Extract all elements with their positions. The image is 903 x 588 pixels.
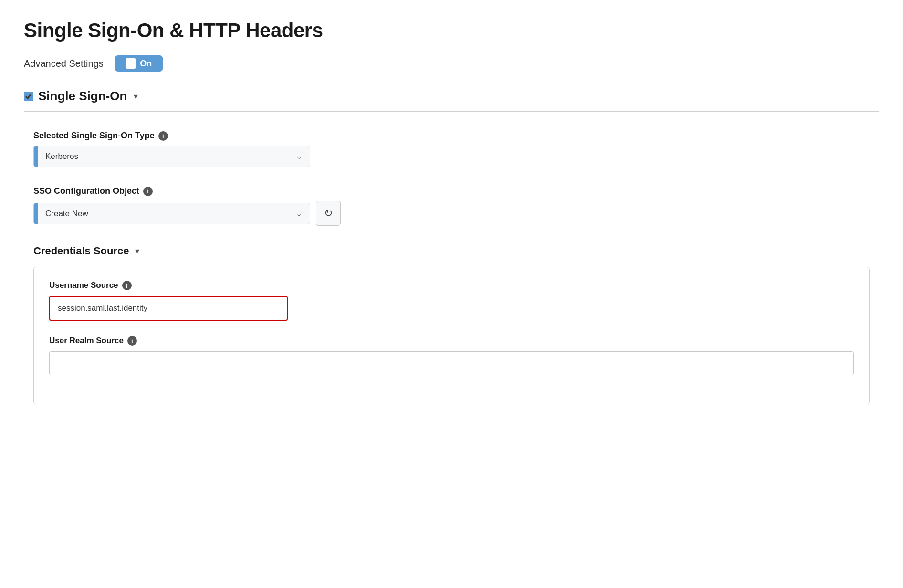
sso-type-chevron-icon: ⌄ <box>296 152 302 161</box>
toggle-label: On <box>140 59 152 69</box>
sso-section-title: Single Sign-On <box>38 89 127 104</box>
sso-config-label-text: SSO Configuration Object <box>33 186 139 196</box>
user-realm-source-label-text: User Realm Source <box>49 336 124 346</box>
sso-config-refresh-button[interactable]: ↻ <box>316 201 341 226</box>
sso-type-label-text: Selected Single Sign-On Type <box>33 131 155 141</box>
sso-type-field-group: Selected Single Sign-On Type i Kerberos … <box>33 131 870 167</box>
advanced-settings-label: Advanced Settings <box>24 58 104 69</box>
sso-config-select-bar <box>34 203 38 224</box>
username-source-label: Username Source i <box>49 281 854 290</box>
sso-config-select-field[interactable]: Create New ⌄ <box>38 203 310 224</box>
credentials-title: Credentials Source <box>33 245 129 257</box>
user-realm-source-label: User Realm Source i <box>49 336 854 346</box>
username-source-input-wrapper <box>49 296 288 321</box>
user-realm-source-group: User Realm Source i <box>49 336 854 375</box>
credentials-source-section: Credentials Source ▾ Username Source i U… <box>33 245 870 404</box>
username-source-info-icon[interactable]: i <box>122 281 132 290</box>
credentials-box: Username Source i User Realm Source i <box>33 267 870 404</box>
sso-config-chevron-icon: ⌄ <box>296 209 302 218</box>
sso-type-select-wrapper[interactable]: Kerberos NTLM Basic None ⌄ <box>33 146 310 167</box>
sso-config-select[interactable]: Create New <box>45 209 296 218</box>
sso-type-select-bar <box>34 146 38 167</box>
user-realm-source-input[interactable] <box>49 351 854 375</box>
username-source-label-text: Username Source <box>49 281 118 290</box>
advanced-settings-toggle[interactable]: On <box>115 55 163 72</box>
username-source-group: Username Source i <box>49 281 854 321</box>
sso-config-select-wrapper[interactable]: Create New ⌄ <box>33 203 310 224</box>
advanced-settings-row: Advanced Settings On <box>24 55 879 72</box>
sso-config-label: SSO Configuration Object i <box>33 186 870 196</box>
sso-config-info-icon[interactable]: i <box>143 187 153 196</box>
sso-type-select[interactable]: Kerberos NTLM Basic None <box>45 152 296 161</box>
credentials-chevron-icon[interactable]: ▾ <box>135 246 139 256</box>
sso-type-select-field[interactable]: Kerberos NTLM Basic None ⌄ <box>38 146 310 167</box>
sso-config-field-group: SSO Configuration Object i Create New ⌄ … <box>33 186 870 226</box>
username-source-input[interactable] <box>50 297 287 320</box>
page-title: Single Sign-On & HTTP Headers <box>24 19 879 42</box>
sso-checkbox[interactable] <box>24 92 33 101</box>
sso-section-header: Single Sign-On ▾ <box>24 89 879 112</box>
sso-type-info-icon[interactable]: i <box>158 131 168 141</box>
sso-type-label: Selected Single Sign-On Type i <box>33 131 870 141</box>
toggle-handle <box>126 58 136 69</box>
sso-section-content: Selected Single Sign-On Type i Kerberos … <box>24 112 879 419</box>
sso-section-chevron-icon[interactable]: ▾ <box>134 91 138 102</box>
credentials-header: Credentials Source ▾ <box>33 245 870 257</box>
user-realm-source-info-icon[interactable]: i <box>127 336 137 346</box>
sso-config-row: Create New ⌄ ↻ <box>33 201 870 226</box>
